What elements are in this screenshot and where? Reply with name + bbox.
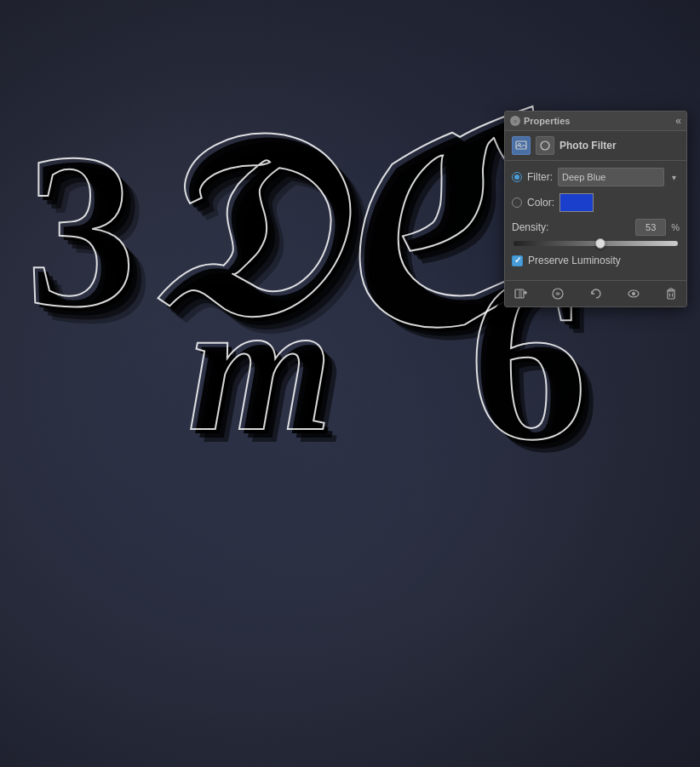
panel-header-row: Photo Filter bbox=[505, 131, 686, 161]
properties-panel: × Properties « Photo Filter Filter: bbox=[504, 111, 687, 307]
density-row: Density: % bbox=[512, 219, 680, 236]
panel-icon-photo[interactable] bbox=[512, 136, 531, 155]
color-swatch[interactable] bbox=[559, 193, 594, 212]
delete-icon[interactable] bbox=[663, 285, 680, 302]
art-char-3: 3 bbox=[26, 119, 136, 341]
filter-row: Filter: Deep Blue Warming Filter (85) Wa… bbox=[512, 168, 680, 186]
color-radio[interactable] bbox=[512, 197, 522, 208]
panel-icon-circle[interactable] bbox=[536, 136, 554, 155]
color-row: Color: bbox=[512, 193, 680, 212]
eye-icon[interactable] bbox=[625, 285, 642, 302]
color-label: Color: bbox=[527, 197, 554, 209]
fx-icon[interactable] bbox=[549, 285, 566, 302]
svg-rect-6 bbox=[525, 291, 526, 295]
panel-layer-name: Photo Filter bbox=[559, 140, 680, 152]
panel-footer bbox=[505, 280, 686, 306]
panel-titlebar: × Properties « bbox=[505, 112, 686, 131]
panel-title-left: × Properties bbox=[510, 116, 570, 126]
filter-select-wrapper: Deep Blue Warming Filter (85) Warming Fi… bbox=[558, 168, 680, 186]
svg-point-9 bbox=[632, 292, 635, 295]
svg-rect-10 bbox=[668, 291, 674, 299]
checkbox-checkmark: ✓ bbox=[514, 256, 521, 265]
filter-select[interactable]: Deep Blue Warming Filter (85) Warming Fi… bbox=[558, 168, 664, 186]
art-char-m: m bbox=[187, 272, 333, 460]
filter-radio[interactable] bbox=[512, 172, 522, 182]
preserve-luminosity-label[interactable]: Preserve Luminosity bbox=[528, 255, 621, 266]
density-slider-row bbox=[512, 241, 680, 246]
density-input[interactable] bbox=[635, 219, 666, 236]
panel-collapse-button[interactable]: « bbox=[675, 115, 681, 127]
density-slider-track[interactable] bbox=[514, 241, 678, 246]
density-percent: % bbox=[671, 222, 680, 232]
svg-rect-4 bbox=[519, 289, 522, 298]
preserve-luminosity-row: ✓ Preserve Luminosity bbox=[512, 255, 680, 266]
density-label: Density: bbox=[512, 221, 553, 233]
panel-body: Filter: Deep Blue Warming Filter (85) Wa… bbox=[505, 161, 686, 280]
density-slider-thumb[interactable] bbox=[595, 238, 605, 249]
panel-close-button[interactable]: × bbox=[510, 116, 520, 126]
filter-label: Filter: bbox=[527, 171, 553, 183]
panel-title: Properties bbox=[524, 116, 570, 126]
refresh-icon[interactable] bbox=[588, 285, 605, 302]
add-mask-icon[interactable] bbox=[512, 285, 529, 302]
preserve-luminosity-checkbox[interactable]: ✓ bbox=[512, 255, 523, 266]
